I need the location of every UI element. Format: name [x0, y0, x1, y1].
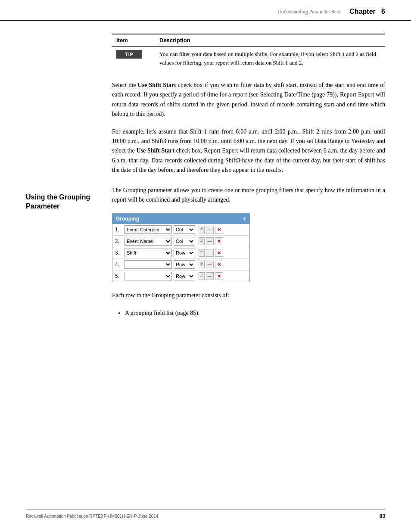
row-5-up-btn[interactable]: # [199, 272, 205, 280]
row-5-actions: # ― ✕ [199, 272, 223, 280]
tip-text-cell: You can filter your data based on multip… [155, 47, 385, 71]
grouping-widget-header: Grouping + [112, 214, 249, 224]
grouping-field-select-1[interactable]: Event Category Event Name Shift [125, 225, 172, 234]
tip-label-cell: TIP [112, 47, 155, 71]
row-1-down-btn[interactable]: ― [206, 226, 214, 233]
grouping-widget-title: Grouping [116, 216, 139, 222]
left-column: Using the Grouping Parameter [26, 34, 112, 325]
grouping-row-1: 1. Event Category Event Name Shift Col R… [112, 224, 249, 236]
grouping-intro-para: The Grouping parameter allows you to cre… [112, 186, 385, 205]
table-col1-header: Item [112, 34, 155, 47]
header-subtitle: Understanding Parameter Sets [277, 9, 340, 15]
chapter-number: Chapter 6 [349, 8, 385, 16]
bold-use-shift-start-2: Use Shift Start [137, 147, 174, 154]
grouping-type-select-5[interactable]: Row Col [174, 272, 195, 280]
table-row: TIP You can filter your data based on mu… [112, 47, 385, 71]
grouping-field-select-4[interactable]: Event Category Event Name Shift [125, 260, 172, 269]
row-num-1: 1. [115, 227, 123, 233]
row-num-3: 3. [115, 250, 123, 256]
row-4-up-btn[interactable]: # [199, 261, 205, 268]
bullet-list: A grouping field list (page 85). [125, 308, 385, 318]
table-col2-header: Description [155, 34, 385, 47]
right-column: Item Description TIP You can filter your… [112, 34, 385, 325]
page: Understanding Parameter Sets Chapter 6 U… [0, 0, 411, 532]
body-para-1: Select the Use Shift Start check box if … [112, 81, 385, 119]
page-footer: Rockwell Automation Publication RPTEXP-U… [26, 509, 385, 519]
grouping-type-select-2[interactable]: Col Row [174, 237, 195, 246]
grouping-row-5: 5. Event Category Event Name Shift Row C… [112, 271, 249, 282]
grouping-field-select-2[interactable]: Event Name Event Category Shift [125, 237, 172, 246]
row-2-up-btn[interactable]: # [199, 237, 205, 245]
row-2-down-btn[interactable]: ― [206, 237, 214, 245]
grouping-type-select-1[interactable]: Col Row [174, 225, 195, 234]
section-title: Using the Grouping Parameter [26, 193, 103, 211]
row-3-up-btn[interactable]: # [199, 249, 205, 257]
row-num-2: 2. [115, 238, 123, 244]
row-4-delete-btn[interactable]: ✕ [215, 261, 223, 268]
row-3-actions: # ― ✕ [199, 249, 223, 257]
row-1-actions: # ― ✕ [199, 226, 223, 233]
row-1-up-btn[interactable]: # [199, 226, 205, 233]
grouping-type-select-3[interactable]: Row Col [174, 249, 195, 257]
chapter-num-value: 6 [381, 8, 385, 15]
row-1-delete-btn[interactable]: ✕ [215, 226, 223, 233]
grouping-row-3: 3. Shift Event Category Event Name Row C… [112, 247, 249, 259]
info-table: Item Description TIP You can filter your… [112, 34, 385, 70]
footer-page-number: 83 [380, 513, 385, 519]
header-right: Understanding Parameter Sets Chapter 6 [277, 8, 385, 16]
tip-label: TIP [116, 50, 142, 59]
content-area: Using the Grouping Parameter Item Descri… [0, 21, 411, 338]
grouping-type-select-4[interactable]: Row Col [174, 260, 195, 269]
row-2-actions: # ― ✕ [199, 237, 223, 245]
page-header: Understanding Parameter Sets Chapter 6 [0, 0, 411, 21]
section-title-line2: Parameter [26, 202, 59, 210]
row-num-4: 4. [115, 261, 123, 268]
row-5-down-btn[interactable]: ― [206, 272, 214, 280]
grouping-section: The Grouping parameter allows you to cre… [112, 186, 385, 318]
footer-publication: Rockwell Automation Publication RPTEXP-U… [26, 514, 158, 519]
row-5-delete-btn[interactable]: ✕ [215, 272, 223, 280]
row-2-delete-btn[interactable]: ✕ [215, 237, 223, 245]
chapter-label-word: Chapter [349, 8, 375, 15]
grouping-row-2: 2. Event Name Event Category Shift Col R… [112, 236, 249, 247]
grouping-widget: Grouping + 1. Event Category Event Name … [112, 213, 250, 282]
each-row-label: Each row in the Grouping parameter consi… [112, 291, 385, 300]
row-3-delete-btn[interactable]: ✕ [215, 249, 223, 257]
row-3-down-btn[interactable]: ― [206, 249, 214, 257]
section-title-line1: Using the Grouping [26, 193, 90, 201]
bold-use-shift-start-1: Use Shift Start [138, 82, 176, 88]
row-4-actions: # ― ✕ [199, 261, 223, 268]
grouping-field-select-3[interactable]: Shift Event Category Event Name [125, 249, 172, 257]
grouping-row-4: 4. Event Category Event Name Shift Row C… [112, 259, 249, 271]
bullet-item-1-text: A grouping field list (page 85). [125, 310, 199, 316]
grouping-add-icon[interactable]: + [243, 215, 246, 222]
grouping-field-select-5[interactable]: Event Category Event Name Shift [125, 272, 172, 280]
row-4-down-btn[interactable]: ― [206, 261, 214, 268]
row-num-5: 5. [115, 273, 123, 279]
bullet-item-1: A grouping field list (page 85). [125, 308, 385, 318]
body-para-2: For example, let's assume that Shift 1 r… [112, 127, 385, 175]
